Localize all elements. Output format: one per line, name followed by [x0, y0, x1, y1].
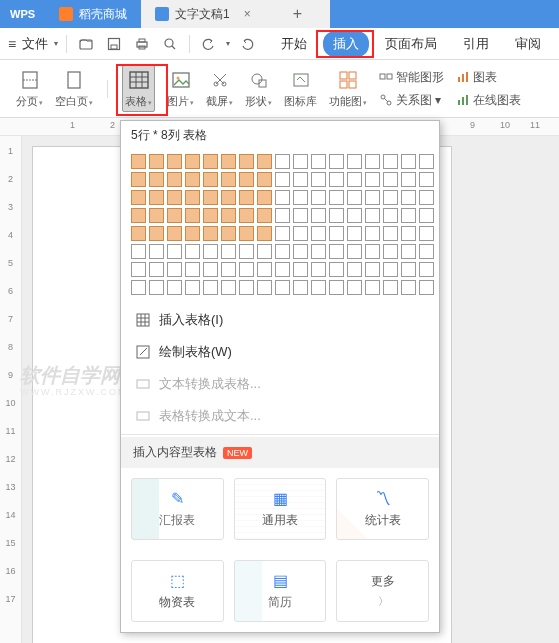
grid-cell[interactable]: [365, 208, 380, 223]
grid-cell[interactable]: [167, 262, 182, 277]
grid-cell[interactable]: [221, 190, 236, 205]
blankpage-button[interactable]: 空白页▾: [55, 68, 93, 109]
grid-cell[interactable]: [347, 226, 362, 241]
grid-cell[interactable]: [293, 280, 308, 295]
grid-cell[interactable]: [203, 172, 218, 187]
preview-icon[interactable]: [159, 33, 181, 55]
grid-cell[interactable]: [149, 280, 164, 295]
grid-cell[interactable]: [149, 262, 164, 277]
picture-button[interactable]: 图片▾: [167, 68, 194, 109]
grid-cell[interactable]: [311, 262, 326, 277]
grid-cell[interactable]: [185, 226, 200, 241]
grid-cell[interactable]: [419, 226, 434, 241]
grid-cell[interactable]: [311, 172, 326, 187]
grid-cell[interactable]: [257, 208, 272, 223]
grid-cell[interactable]: [401, 262, 416, 277]
grid-cell[interactable]: [185, 208, 200, 223]
grid-cell[interactable]: [239, 154, 254, 169]
grid-cell[interactable]: [293, 154, 308, 169]
grid-cell[interactable]: [185, 280, 200, 295]
grid-cell[interactable]: [131, 262, 146, 277]
title-tab-store[interactable]: 稻壳商城: [45, 0, 141, 28]
grid-cell[interactable]: [293, 208, 308, 223]
grid-cell[interactable]: [365, 244, 380, 259]
grid-cell[interactable]: [401, 208, 416, 223]
template-general[interactable]: ▦通用表: [234, 478, 327, 540]
onlinechart-button[interactable]: 在线图表: [456, 92, 521, 109]
grid-cell[interactable]: [149, 208, 164, 223]
grid-cell[interactable]: [275, 262, 290, 277]
grid-cell[interactable]: [203, 262, 218, 277]
grid-cell[interactable]: [401, 280, 416, 295]
grid-cell[interactable]: [239, 208, 254, 223]
grid-cell[interactable]: [329, 208, 344, 223]
grid-cell[interactable]: [329, 226, 344, 241]
grid-cell[interactable]: [221, 280, 236, 295]
grid-cell[interactable]: [167, 190, 182, 205]
grid-cell[interactable]: [257, 244, 272, 259]
grid-cell[interactable]: [329, 280, 344, 295]
grid-cell[interactable]: [131, 190, 146, 205]
grid-cell[interactable]: [293, 172, 308, 187]
tab-pagelayout[interactable]: 页面布局: [375, 31, 447, 57]
screenshot-button[interactable]: 截屏▾: [206, 68, 233, 109]
tab-start[interactable]: 开始: [271, 31, 317, 57]
grid-cell[interactable]: [383, 190, 398, 205]
grid-cell[interactable]: [149, 154, 164, 169]
grid-cell[interactable]: [239, 190, 254, 205]
grid-cell[interactable]: [257, 190, 272, 205]
grid-cell[interactable]: [365, 226, 380, 241]
grid-cell[interactable]: [167, 154, 182, 169]
grid-cell[interactable]: [383, 280, 398, 295]
save-icon[interactable]: [103, 33, 125, 55]
grid-cell[interactable]: [203, 190, 218, 205]
grid-cell[interactable]: [401, 244, 416, 259]
grid-cell[interactable]: [203, 244, 218, 259]
grid-cell[interactable]: [239, 262, 254, 277]
undo-icon[interactable]: [198, 33, 220, 55]
grid-cell[interactable]: [401, 172, 416, 187]
grid-cell[interactable]: [203, 226, 218, 241]
template-report[interactable]: ✎汇报表: [131, 478, 224, 540]
hamburger-icon[interactable]: ≡: [8, 36, 16, 52]
grid-cell[interactable]: [131, 172, 146, 187]
grid-cell[interactable]: [131, 244, 146, 259]
tab-insert[interactable]: 插入: [323, 31, 369, 57]
grid-cell[interactable]: [311, 280, 326, 295]
grid-cell[interactable]: [239, 280, 254, 295]
grid-cell[interactable]: [203, 280, 218, 295]
grid-cell[interactable]: [419, 172, 434, 187]
grid-cell[interactable]: [347, 244, 362, 259]
grid-cell[interactable]: [329, 262, 344, 277]
shapes-button[interactable]: 形状▾: [245, 68, 272, 109]
chart-button[interactable]: 图表: [456, 69, 521, 86]
grid-cell[interactable]: [347, 172, 362, 187]
grid-cell[interactable]: [347, 280, 362, 295]
insert-table-item[interactable]: 插入表格(I): [121, 304, 439, 336]
grid-cell[interactable]: [131, 208, 146, 223]
grid-cell[interactable]: [311, 208, 326, 223]
grid-cell[interactable]: [383, 262, 398, 277]
grid-cell[interactable]: [257, 154, 272, 169]
grid-cell[interactable]: [347, 154, 362, 169]
grid-cell[interactable]: [347, 262, 362, 277]
grid-cell[interactable]: [149, 190, 164, 205]
grid-cell[interactable]: [419, 280, 434, 295]
grid-cell[interactable]: [167, 172, 182, 187]
grid-cell[interactable]: [131, 280, 146, 295]
grid-cell[interactable]: [131, 154, 146, 169]
tab-review[interactable]: 审阅: [505, 31, 551, 57]
grid-cell[interactable]: [275, 190, 290, 205]
grid-cell[interactable]: [275, 244, 290, 259]
template-supply[interactable]: ⬚物资表: [131, 560, 224, 622]
grid-cell[interactable]: [149, 244, 164, 259]
grid-cell[interactable]: [311, 244, 326, 259]
close-tab-icon[interactable]: ×: [244, 7, 251, 21]
print-icon[interactable]: [131, 33, 153, 55]
grid-cell[interactable]: [167, 226, 182, 241]
pagebreak-button[interactable]: 分页▾: [16, 68, 43, 109]
grid-cell[interactable]: [329, 244, 344, 259]
grid-cell[interactable]: [365, 172, 380, 187]
grid-cell[interactable]: [275, 280, 290, 295]
grid-cell[interactable]: [149, 172, 164, 187]
